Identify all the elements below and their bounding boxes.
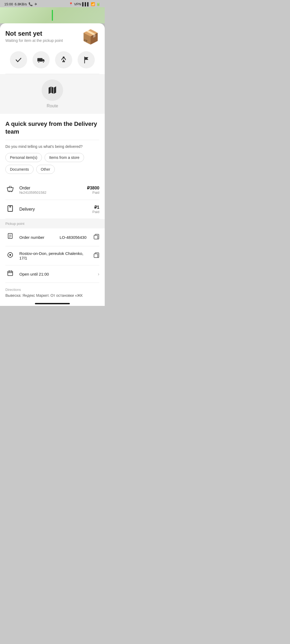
svg-rect-13 bbox=[8, 206, 12, 211]
svg-rect-0 bbox=[37, 58, 42, 62]
step-check[interactable] bbox=[10, 51, 27, 68]
order-number-row: Order number LO-483056430 bbox=[5, 228, 99, 246]
delivery-info: Delivery bbox=[19, 207, 88, 212]
copy-address-button[interactable] bbox=[93, 252, 99, 259]
telegram-icon: ✈ bbox=[34, 2, 37, 6]
option-items-from-store[interactable]: Items from a store bbox=[45, 153, 84, 162]
step-flag[interactable] bbox=[78, 51, 95, 68]
status-icons: 📍 VPN ▌▌▌ 📶 🔋 bbox=[69, 2, 100, 6]
vpn-label: VPN bbox=[74, 2, 81, 6]
address-text: Rostov-on-Don, pereulok Chalenko, 17/1 bbox=[19, 251, 89, 260]
order-paid-status: Paid bbox=[87, 191, 99, 195]
header-text: Not sent yet Waiting for item at the pic… bbox=[5, 30, 63, 43]
wifi-icon: 📶 bbox=[91, 2, 95, 6]
directions-section: Directions Вывеска: Яндекс Маркет. От ос… bbox=[0, 283, 105, 301]
delivery-status-subtitle: Waiting for item at the pickup point bbox=[5, 38, 63, 43]
survey-options: Personal item(s) Items from a store Docu… bbox=[5, 153, 99, 174]
pickup-point-label: Pickup point bbox=[0, 219, 105, 228]
option-documents[interactable]: Documents bbox=[5, 165, 34, 174]
status-left: 15:00 6.8KB/s 📞 ✈ bbox=[4, 2, 37, 6]
svg-rect-19 bbox=[94, 235, 98, 239]
option-other[interactable]: Other bbox=[36, 165, 55, 174]
delivery-status-title: Not sent yet bbox=[5, 30, 63, 37]
order-amount: ₽3800 Paid bbox=[87, 185, 99, 195]
delivery-paid-status: Paid bbox=[92, 210, 99, 214]
order-title: Order bbox=[19, 186, 83, 191]
delivery-header: Not sent yet Waiting for item at the pic… bbox=[0, 23, 105, 49]
network-speed: 6.8KB/s bbox=[15, 2, 27, 6]
delivery-title: Delivery bbox=[19, 207, 88, 212]
route-section: Route bbox=[0, 74, 105, 114]
order-number: №241059501582 bbox=[19, 191, 83, 195]
phone-icon: 📞 bbox=[28, 2, 33, 6]
survey-divider bbox=[5, 140, 99, 140]
basket-icon bbox=[5, 185, 15, 195]
bottom-sheet: Not sent yet Waiting for item at the pic… bbox=[0, 23, 105, 306]
svg-rect-22 bbox=[94, 254, 98, 258]
detail-section: Order number LO-483056430 Rostov-on-Don,… bbox=[0, 228, 105, 283]
svg-point-1 bbox=[38, 61, 39, 63]
order-price: ₽3800 bbox=[87, 185, 99, 191]
survey-title: A quick survey from the Delivery team bbox=[5, 120, 99, 136]
order-number-value: LO-483056430 bbox=[60, 235, 86, 240]
copy-order-number-button[interactable] bbox=[93, 234, 99, 241]
status-bar: 15:00 6.8KB/s 📞 ✈ 📍 VPN ▌▌▌ 📶 🔋 bbox=[0, 0, 105, 7]
location-pin-icon bbox=[5, 252, 15, 259]
directions-label: Directions bbox=[5, 288, 99, 292]
order-section: Order №241059501582 ₽3800 Paid Delivery … bbox=[0, 180, 105, 219]
delivery-row: Delivery ₽1 Paid bbox=[5, 200, 99, 219]
survey-section: A quick survey from the Delivery team Do… bbox=[0, 114, 105, 180]
signal-icon: ▌▌▌ bbox=[82, 2, 90, 6]
order-row: Order №241059501582 ₽3800 Paid bbox=[5, 180, 99, 200]
order-number-label: Order number bbox=[19, 235, 55, 240]
home-indicator bbox=[0, 301, 105, 306]
svg-point-12 bbox=[11, 191, 12, 192]
time: 15:00 bbox=[4, 2, 13, 6]
address-row: Rostov-on-Don, pereulok Chalenko, 17/1 bbox=[5, 246, 99, 265]
open-until-text: Open until 21:00 bbox=[19, 272, 93, 276]
svg-rect-15 bbox=[8, 233, 12, 239]
document-icon bbox=[5, 233, 15, 241]
order-info: Order №241059501582 bbox=[19, 186, 83, 195]
chevron-right-icon: › bbox=[98, 271, 99, 277]
map-background bbox=[0, 7, 105, 23]
step-person[interactable] bbox=[55, 51, 72, 68]
open-until-row[interactable]: Open until 21:00 › bbox=[5, 265, 99, 283]
option-personal-items[interactable]: Personal item(s) bbox=[5, 153, 42, 162]
home-bar bbox=[35, 303, 70, 304]
route-button[interactable] bbox=[42, 79, 63, 101]
location-icon: 📍 bbox=[69, 2, 73, 6]
survey-question: Do you mind telling us what's being deli… bbox=[5, 144, 99, 149]
svg-rect-23 bbox=[8, 271, 13, 276]
route-label: Route bbox=[47, 104, 58, 108]
svg-point-14 bbox=[10, 206, 11, 207]
svg-point-2 bbox=[43, 61, 44, 63]
calendar-icon bbox=[5, 270, 15, 278]
delivery-icon bbox=[5, 205, 15, 214]
delivery-price: ₽1 bbox=[92, 205, 99, 210]
delivery-amount: ₽1 Paid bbox=[92, 205, 99, 214]
svg-point-21 bbox=[9, 254, 11, 256]
svg-point-11 bbox=[9, 191, 10, 192]
step-truck[interactable] bbox=[32, 51, 50, 68]
package-icon: 📦 bbox=[82, 30, 99, 44]
battery-icon: 🔋 bbox=[96, 2, 100, 6]
directions-text: Вывеска: Яндекс Маркет. От остановки «ЖК bbox=[5, 293, 99, 298]
progress-steps bbox=[0, 49, 105, 74]
